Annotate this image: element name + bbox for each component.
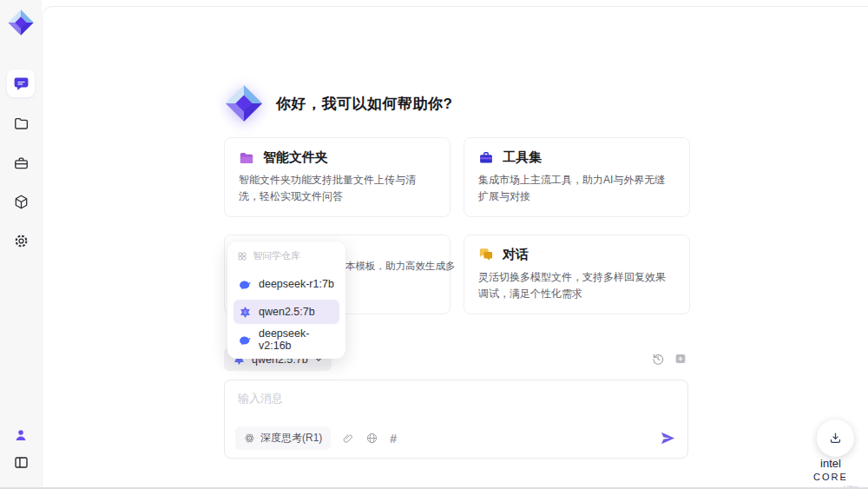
smart-folder-icon [239,150,254,166]
greeting: 你好，我可以如何帮助你? [224,83,452,123]
chat-bubble-icon [13,76,30,92]
card-title: 对话 [503,247,529,263]
briefcase-icon [13,155,30,172]
card-description: 智能文件夹功能支持批量文件上传与清洗，轻松实现文件问答 [239,172,436,206]
message-input[interactable] [236,389,656,427]
card-description: 集成市场上主流工具，助力AI与外界无缝扩展与对接 [478,172,675,206]
sidebar-item-apps[interactable] [7,188,35,215]
sidebar-item-panel-toggle[interactable] [7,448,35,476]
sidebar [0,0,42,489]
app-window: 你好，我可以如何帮助你? 智能文件夹 智能文件夹功能支持批量文件上传与清洗，轻松… [0,0,868,489]
atom-icon [244,433,255,444]
panel-layout-icon [13,454,30,471]
folder-icon [13,116,30,132]
download-icon [828,431,843,446]
model-option-qwen[interactable]: qwen2.5:7b [233,300,339,324]
intel-wordmark: intel [820,457,841,470]
user-icon [13,427,29,443]
download-button[interactable] [817,420,854,457]
dialogue-icon [478,247,494,262]
card-title: 智能文件夹 [263,149,328,166]
history-icon[interactable] [651,352,665,366]
sidebar-item-toolbox[interactable] [7,149,35,177]
card-toolset[interactable]: 工具集 集成市场上主流工具，助力AI与外界无缝扩展与对接 [464,137,690,217]
sidebar-item-settings[interactable] [7,227,35,254]
app-logo-icon [7,9,35,36]
card-title: 工具集 [503,149,542,166]
attachment-icon[interactable] [342,433,354,445]
sidebar-item-folders[interactable] [7,109,35,137]
deep-think-toggle[interactable]: 深度思考(R1) [235,426,331,450]
sidebar-item-account[interactable] [7,421,35,449]
cube-icon [13,194,30,210]
card-smart-folder[interactable]: 智能文件夹 智能文件夹功能支持批量文件上传与清洗，轻松实现文件问答 [224,137,450,217]
qwen-icon [239,306,252,319]
deep-think-label: 深度思考(R1) [260,431,322,446]
model-dropdown: 智问学仓库 deepseek-r1:7b qwen2.5:7b [227,241,345,359]
composer: 深度思考(R1) # [224,380,688,459]
card-dialogue[interactable]: 对话 灵活切换多模型文件，支持多样回复效果调试，满足个性化需求 [464,235,690,314]
core-wordmark: core [813,472,848,482]
send-button[interactable] [660,430,676,446]
greeting-title: 你好，我可以如何帮助你? [276,94,452,114]
model-option-label: deepseek-v2:16b [259,327,334,352]
deepseek-icon [239,334,252,347]
conversation-actions [651,352,687,366]
gear-icon [13,233,30,249]
intel-core-badge: intel core Ultra [803,457,858,489]
deepseek-icon [239,278,252,291]
model-dropdown-header-label: 智问学仓库 [253,249,300,262]
greeting-logo-icon [224,83,264,123]
model-option-label: qwen2.5:7b [259,306,315,318]
model-option-label: deepseek-r1:7b [259,278,334,290]
toolset-icon [478,150,494,166]
model-option-deepseek-r1[interactable]: deepseek-r1:7b [233,272,339,296]
model-option-deepseek-v2[interactable]: deepseek-v2:16b [233,327,339,352]
repository-icon [237,251,247,261]
web-search-icon[interactable] [365,432,378,445]
model-dropdown-header: 智问学仓库 [233,248,339,268]
card-description-partial: 本模板，助力高效生成多 [345,258,456,274]
composer-toolbar: 深度思考(R1) # [235,426,676,450]
sidebar-item-chat[interactable] [7,69,35,97]
new-chat-icon[interactable] [674,352,687,366]
card-description: 灵活切换多模型文件，支持多样回复效果调试，满足个性化需求 [478,269,675,303]
hash-prompt-icon[interactable]: # [390,432,397,446]
